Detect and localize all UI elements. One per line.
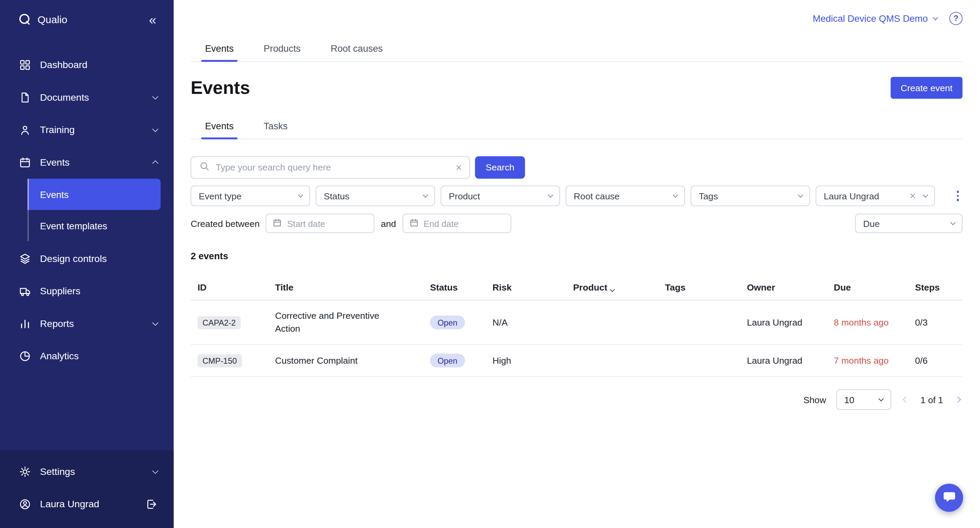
next-page-icon[interactable] [953,395,963,404]
sidebar-item-training[interactable]: Training [0,114,174,146]
sidebar-item-label: Settings [40,466,75,477]
sidebar-item-reports[interactable]: Reports [0,307,174,340]
events-table: ID Title Status Risk Product Tags Owner … [191,270,962,377]
chevron-down-icon [298,192,302,197]
filter-label: Root cause [574,191,620,201]
chevron-down-icon [152,468,158,474]
logout-icon[interactable] [145,498,158,511]
sidebar-subitem-event-templates[interactable]: Event templates [27,210,161,241]
status-badge: Open [430,354,465,367]
sidebar-header: Qualio « [0,0,174,39]
sidebar-item-events[interactable]: Events [0,146,174,179]
page-title: Events [191,78,250,98]
sidebar-subitem-label: Event templates [40,220,108,231]
tab-products[interactable]: Products [260,37,305,61]
event-title[interactable]: Customer Complaint [275,354,403,367]
chat-widget-button[interactable] [935,484,963,512]
sidebar-item-dashboard[interactable]: Dashboard [0,49,174,81]
tab-events-list[interactable]: Events [201,114,237,138]
chevron-down-icon [933,14,937,19]
sidebar: Qualio « Dashboard [0,0,174,528]
end-date-input[interactable] [424,218,504,228]
sidebar-item-suppliers[interactable]: Suppliers [0,275,174,307]
content: Events Products Root causes Events Creat… [174,37,980,528]
tab-events[interactable]: Events [201,37,237,61]
status-badge: Open [430,316,465,329]
filter-owner-value: Laura Ungrad [824,191,879,201]
chevron-down-icon [152,94,158,100]
show-label: Show [803,394,826,404]
clear-search-icon[interactable]: × [456,162,462,173]
previous-page-icon[interactable] [901,395,911,404]
chevron-down-icon [152,320,158,326]
sidebar-item-documents[interactable]: Documents [0,81,174,114]
filter-event-type[interactable]: Event type [191,186,310,207]
bar-chart-icon [19,317,31,330]
search-input[interactable] [216,162,450,172]
create-event-button[interactable]: Create event [891,77,962,99]
filter-root-cause[interactable]: Root cause [566,186,685,207]
primary-tabs: Events Products Root causes [191,37,962,62]
help-icon[interactable]: ? [950,11,963,25]
chevron-down-icon [879,396,884,401]
column-header-product[interactable]: Product [573,270,665,300]
org-selector[interactable]: Medical Device QMS Demo [813,13,937,24]
remove-owner-filter-icon[interactable]: × [910,191,916,201]
chevron-down-icon [950,220,955,225]
due-sort-select[interactable]: Due [855,214,963,233]
column-header-id: ID [191,270,275,300]
sidebar-item-label: Dashboard [40,59,88,70]
filter-status[interactable]: Status [316,186,435,207]
gear-icon [19,465,31,478]
event-id-badge[interactable]: CMP-150 [197,354,242,367]
topbar: Medical Device QMS Demo ? [174,0,980,37]
document-icon [19,91,31,104]
pagination: Show 10 1 of 1 [191,389,962,410]
sidebar-item-user[interactable]: Laura Ungrad [0,488,174,520]
sidebar-item-settings[interactable]: Settings [0,456,174,488]
filter-label: Product [449,191,480,201]
more-filters-icon[interactable] [953,187,962,205]
sidebar-item-design-controls[interactable]: Design controls [0,243,174,275]
page-info: 1 of 1 [920,394,943,404]
owner-cell: Laura Ungrad [747,345,834,377]
sidebar-item-label: Suppliers [40,285,81,297]
calendar-icon [19,156,31,169]
sidebar-subitem-label: Events [40,189,69,200]
page-size-select[interactable]: 10 [836,389,891,410]
brand: Qualio [18,13,146,26]
sidebar-collapse-icon[interactable]: « [146,11,159,27]
sidebar-item-label: Events [40,157,70,168]
start-date-field [266,214,375,233]
column-header-product-label: Product [573,282,608,292]
filter-tags[interactable]: Tags [691,186,810,207]
secondary-tabs: Events Tasks [191,114,962,139]
event-title[interactable]: Corrective and Preventive Action [275,309,403,336]
app-window: Qualio « Dashboard [0,0,980,528]
sidebar-item-analytics[interactable]: Analytics [0,340,174,372]
event-id-badge[interactable]: CAPA2-2 [197,316,240,329]
created-between-label: Created between [191,218,259,228]
sidebar-nav: Dashboard Documents Training [0,49,174,372]
start-date-input[interactable] [287,218,368,228]
sidebar-bottom: Settings Laura Ungrad [0,450,174,528]
filter-owner[interactable]: Laura Ungrad × [816,186,935,207]
search-button[interactable]: Search [475,156,525,179]
end-date-field [402,214,511,233]
table-row[interactable]: CMP-150 Customer Complaint Open High Lau… [191,345,962,377]
qualio-logo-icon [18,13,31,26]
table-row[interactable]: CAPA2-2 Corrective and Preventive Action… [191,301,962,345]
search-icon [199,161,210,174]
tab-root-causes[interactable]: Root causes [327,37,387,61]
tags-cell [665,345,747,377]
sidebar-subitem-events[interactable]: Events [27,179,161,210]
tab-tasks[interactable]: Tasks [260,114,291,138]
dashboard-icon [19,59,31,72]
steps-cell: 0/6 [915,345,963,377]
sidebar-item-label: Reports [40,318,74,329]
column-header-tags: Tags [665,270,747,300]
filter-product[interactable]: Product [441,186,560,207]
due-cell: 7 months ago [834,345,915,377]
chevron-down-icon [152,126,158,132]
layers-icon [19,253,31,265]
